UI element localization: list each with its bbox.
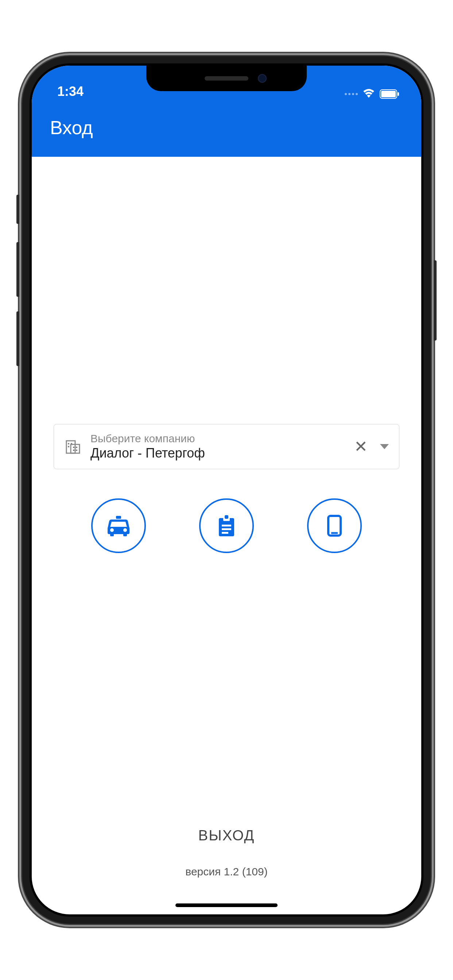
taxi-icon — [106, 513, 131, 538]
svg-rect-12 — [116, 516, 121, 519]
version-text: версия 1.2 (109) — [54, 865, 399, 878]
company-text: Выберите компанию Диалог - Петергоф — [91, 433, 342, 461]
svg-rect-10 — [73, 450, 74, 451]
phone-silence-switch — [16, 195, 19, 224]
svg-rect-15 — [225, 515, 228, 519]
company-select[interactable]: Выберите компанию Диалог - Петергоф ✕ — [54, 424, 399, 469]
svg-rect-8 — [73, 447, 74, 448]
battery-icon — [380, 89, 399, 99]
svg-rect-7 — [68, 446, 69, 447]
spacer — [54, 157, 399, 424]
svg-rect-5 — [68, 443, 69, 444]
svg-rect-17 — [222, 528, 231, 530]
taxi-button[interactable] — [91, 498, 146, 553]
page-title: Вход — [50, 117, 403, 138]
phone-inner: 1:34 — [30, 64, 423, 916]
speaker — [205, 76, 248, 81]
company-select-label: Выберите компанию — [91, 433, 342, 445]
wifi-icon — [362, 89, 375, 99]
clear-icon[interactable]: ✕ — [351, 437, 371, 456]
status-icons — [345, 89, 399, 99]
svg-rect-1 — [381, 91, 396, 97]
footer: ВЫХОД версия 1.2 (109) — [54, 820, 399, 915]
svg-rect-9 — [76, 447, 77, 448]
status-time: 1:34 — [57, 84, 83, 99]
company-select-value: Диалог - Петергоф — [91, 445, 342, 461]
phone-volume-down — [16, 311, 19, 366]
svg-point-14 — [123, 528, 127, 532]
phone-button[interactable] — [307, 498, 362, 553]
clipboard-icon — [214, 513, 239, 538]
svg-rect-16 — [222, 525, 231, 527]
svg-rect-18 — [222, 532, 228, 534]
content: Выберите компанию Диалог - Петергоф ✕ — [32, 157, 421, 915]
exit-button[interactable]: ВЫХОД — [191, 820, 262, 851]
phone-icon — [322, 513, 347, 538]
icon-row — [54, 498, 399, 553]
header: Вход — [32, 102, 421, 157]
screen: 1:34 — [32, 65, 421, 915]
svg-rect-6 — [71, 443, 72, 444]
page-dots-icon — [345, 93, 358, 95]
phone-volume-up — [16, 242, 19, 297]
notch — [146, 65, 307, 91]
svg-point-13 — [110, 528, 114, 532]
chevron-down-icon[interactable] — [380, 444, 389, 449]
home-indicator[interactable] — [175, 904, 278, 907]
svg-rect-11 — [76, 450, 77, 451]
building-icon — [64, 438, 82, 455]
phone-frame: 1:34 — [22, 56, 431, 924]
phone-power-button — [434, 260, 437, 340]
clipboard-button[interactable] — [199, 498, 254, 553]
spacer — [54, 553, 399, 820]
svg-rect-2 — [397, 92, 399, 96]
front-camera — [258, 74, 266, 83]
